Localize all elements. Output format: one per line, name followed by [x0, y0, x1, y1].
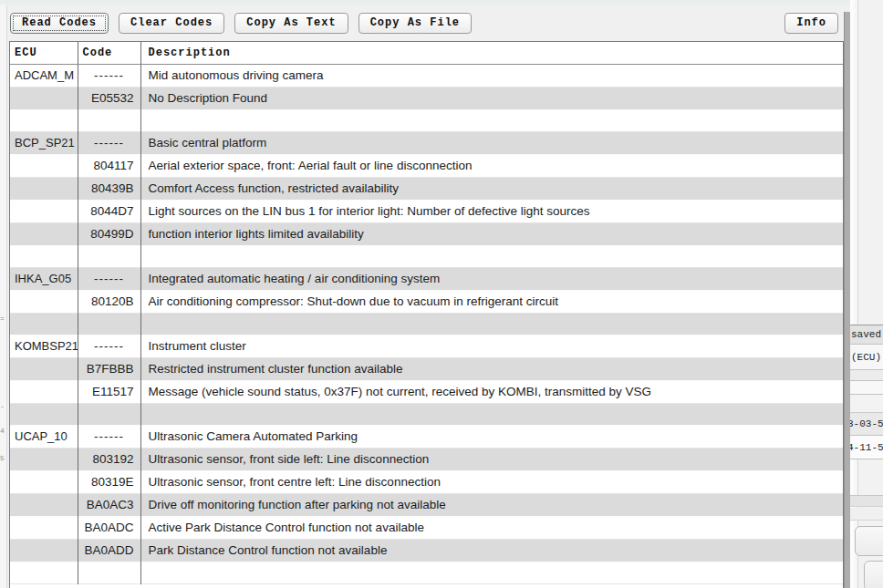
code-cell: ------ — [78, 268, 140, 291]
code-row[interactable]: BCP_SP21 ------ Basic central platform — [10, 132, 843, 155]
code-row[interactable]: 80120B Air conditioning compressor: Shut… — [10, 291, 843, 314]
description-cell: Drive off monitoring function after park… — [140, 494, 843, 517]
code-cell — [78, 246, 140, 268]
ecu-cell — [10, 201, 78, 223]
description-cell: No Description Found — [140, 88, 843, 110]
code-row[interactable] — [10, 110, 843, 132]
saved-label: saved — [850, 325, 883, 345]
description-cell — [140, 246, 843, 268]
code-row[interactable] — [10, 246, 843, 268]
description-cell: Active Park Distance Control function no… — [140, 517, 843, 540]
code-row[interactable]: 8044D7 Light sources on the LIN bus 1 fo… — [10, 201, 843, 223]
ecu-cell — [10, 110, 78, 132]
code-cell — [78, 110, 140, 132]
background-panel-fragment: saved (ECU) 3-03-54 4-11-56 — [850, 325, 883, 459]
code-row[interactable]: 80499D function interior lights limited … — [10, 223, 843, 246]
ecu-cell: KOMBSP21 — [10, 335, 78, 358]
code-row[interactable]: ADCAM_M ------ Mid autonomous driving ca… — [10, 65, 843, 88]
clear-codes-button[interactable]: Clear Codes — [119, 13, 224, 34]
ecu-cell — [10, 381, 78, 404]
description-cell: function interior lights limited availab… — [140, 223, 843, 246]
background-text-fragment: 4 — [0, 427, 5, 435]
code-row[interactable] — [10, 562, 843, 584]
code-cell: ------ — [78, 426, 140, 449]
panel-row-fragment — [850, 370, 883, 381]
code-row[interactable]: E05532 No Description Found — [10, 88, 843, 110]
code-row[interactable]: UCAP_10 ------ Ultrasonic Camera Automat… — [10, 426, 843, 449]
timestamp-fragment: 3-03-54 — [850, 413, 883, 436]
code-cell: E05532 — [78, 88, 140, 110]
code-row[interactable] — [10, 314, 843, 335]
description-cell: Comfort Access function, restricted avai… — [140, 178, 843, 201]
code-cell: B7FBBB — [78, 358, 140, 381]
code-row[interactable]: BA0ADC Active Park Distance Control func… — [10, 517, 843, 540]
ecu-cell — [10, 291, 78, 314]
toolbar: Read Codes Clear Codes Copy As Text Copy… — [7, 5, 850, 41]
code-cell: ------ — [78, 65, 140, 88]
code-row[interactable]: 803192 Ultrasonic sensor, front side lef… — [10, 449, 843, 471]
panel-row-fragment — [850, 395, 883, 413]
code-cell: 80319E — [78, 471, 140, 494]
copy-as-text-button[interactable]: Copy As Text — [234, 13, 348, 34]
ecu-cell — [10, 540, 78, 562]
ecu-cell — [10, 471, 78, 494]
code-row[interactable]: BA0AC3 Drive off monitoring function aft… — [10, 494, 843, 517]
code-cell — [78, 404, 140, 426]
codes-table-body: ADCAM_M ------ Mid autonomous driving ca… — [10, 65, 843, 584]
ecu-cell — [10, 178, 78, 201]
table-header-row: ECU Code Description — [10, 42, 843, 65]
ecu-cell — [10, 314, 78, 335]
code-row[interactable]: IHKA_G05 ------ Integrated automatic hea… — [10, 268, 843, 291]
code-cell: 80439B — [78, 178, 140, 201]
description-cell: Basic central platform — [140, 132, 843, 155]
background-text-fragment: = — [0, 315, 5, 323]
column-header-description: Description — [140, 42, 843, 65]
description-cell: Aerial exterior space, front: Aerial fau… — [140, 155, 843, 178]
ecu-cell — [10, 562, 78, 584]
code-cell: 8044D7 — [78, 201, 140, 223]
description-cell: Integrated automatic heating / air condi… — [140, 268, 843, 291]
code-row[interactable]: E11517 Message (vehicle sound status, 0x… — [10, 381, 843, 404]
ecu-cell — [10, 246, 78, 268]
code-cell: BA0AC3 — [78, 494, 140, 517]
description-cell — [140, 110, 843, 132]
description-cell: Ultrasonic sensor, front centre left: Li… — [140, 471, 843, 494]
panel-row-fragment — [850, 381, 883, 395]
code-row[interactable]: KOMBSP21 ------ Instrument cluster — [10, 335, 843, 358]
background-text-fragment: - — [0, 402, 5, 410]
ecu-cell: ADCAM_M — [10, 65, 78, 88]
ecu-cell — [10, 223, 78, 246]
code-row[interactable]: 80319E Ultrasonic sensor, front centre l… — [10, 471, 843, 494]
description-cell: Instrument cluster — [140, 335, 843, 358]
ecu-cell — [10, 517, 78, 540]
window-right-edge — [844, 12, 850, 588]
read-codes-button[interactable]: Read Codes — [10, 13, 109, 34]
ecu-cell: UCAP_10 — [10, 426, 78, 449]
ecu-cell — [10, 88, 78, 110]
info-button[interactable]: Info — [784, 13, 838, 34]
code-row[interactable]: 80439B Comfort Access function, restrict… — [10, 178, 843, 201]
column-header-ecu: ECU — [10, 42, 78, 65]
code-cell: E11517 — [78, 381, 140, 404]
codes-table: ECU Code Description ADCAM_M ------ Mid … — [9, 41, 844, 588]
ecu-cell: IHKA_G05 — [10, 268, 78, 291]
description-cell: Air conditioning compressor: Shut-down d… — [140, 291, 843, 314]
background-window-right-sliver: saved (ECU) 3-03-54 4-11-56 — [850, 0, 883, 588]
code-cell: 80499D — [78, 223, 140, 246]
ecu-cell — [10, 155, 78, 178]
ecu-cell: BCP_SP21 — [10, 132, 78, 155]
fault-codes-table: ECU Code Description ADCAM_M ------ Mid … — [10, 42, 843, 584]
ecu-cell — [10, 358, 78, 381]
ecu-label: (ECU) — [850, 345, 883, 370]
code-row[interactable]: 804117 Aerial exterior space, front: Aer… — [10, 155, 843, 178]
code-row[interactable]: BA0ADD Park Distance Control function no… — [10, 540, 843, 562]
code-cell: BA0ADC — [78, 517, 140, 540]
timestamp-fragment: 4-11-56 — [850, 436, 883, 459]
code-cell — [78, 562, 140, 584]
code-cell: ------ — [78, 132, 140, 155]
code-row[interactable] — [10, 404, 843, 426]
description-cell: Light sources on the LIN bus 1 for inter… — [140, 201, 843, 223]
copy-as-file-button[interactable]: Copy As File — [358, 13, 472, 34]
code-cell: BA0ADD — [78, 540, 140, 562]
code-row[interactable]: B7FBBB Restricted instrument cluster fun… — [10, 358, 843, 381]
